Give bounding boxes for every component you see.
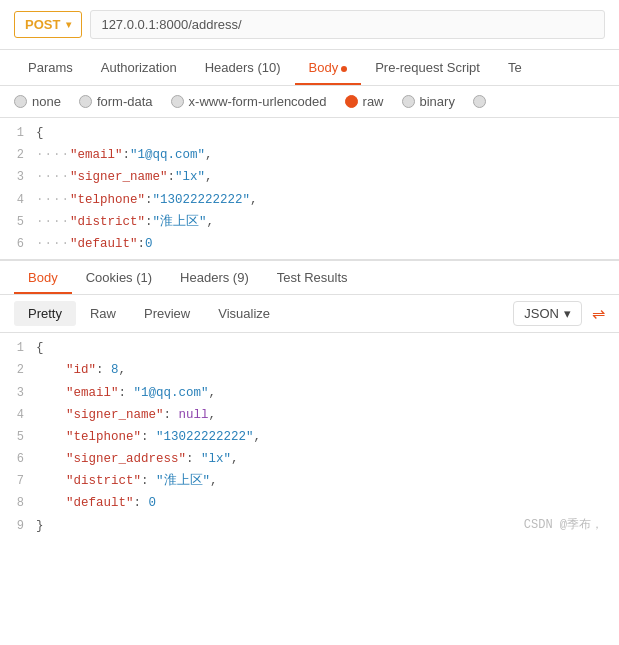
- req-line-3: 3 ····"signer_name":"lx",: [0, 166, 619, 188]
- chevron-down-icon: ▾: [66, 19, 71, 30]
- format-pretty[interactable]: Pretty: [14, 301, 76, 326]
- req-line-6: 6 ····"default":0: [0, 233, 619, 255]
- watermark: CSDN @季布，: [524, 516, 603, 533]
- resp-line-4: 4 "signer_name": null,: [0, 404, 619, 426]
- body-type-binary-label: binary: [420, 94, 455, 109]
- resp-line-1: 1 {: [0, 337, 619, 359]
- format-raw[interactable]: Raw: [76, 301, 130, 326]
- resp-tab-headers[interactable]: Headers (9): [166, 261, 263, 294]
- resp-line-7: 7 "district": "淮上区",: [0, 470, 619, 492]
- body-type-urlencoded[interactable]: x-www-form-urlencoded: [171, 94, 327, 109]
- body-type-none[interactable]: none: [14, 94, 61, 109]
- body-type-row: none form-data x-www-form-urlencoded raw…: [0, 86, 619, 118]
- req-line-2: 2 ····"email":"1@qq.com",: [0, 144, 619, 166]
- body-type-formdata-label: form-data: [97, 94, 153, 109]
- body-type-raw[interactable]: raw: [345, 94, 384, 109]
- tab-te[interactable]: Te: [494, 50, 536, 85]
- radio-none-icon: [14, 95, 27, 108]
- resp-tab-body[interactable]: Body: [14, 261, 72, 294]
- req-line-4: 4 ····"telphone":"13022222222",: [0, 189, 619, 211]
- resp-tab-cookies[interactable]: Cookies (1): [72, 261, 166, 294]
- body-type-urlencoded-label: x-www-form-urlencoded: [189, 94, 327, 109]
- request-tabs: Params Authorization Headers (10) Body P…: [0, 50, 619, 86]
- chevron-down-icon: ▾: [564, 306, 571, 321]
- format-visualize[interactable]: Visualize: [204, 301, 284, 326]
- resp-line-6: 6 "signer_address": "lx",: [0, 448, 619, 470]
- wrap-icon[interactable]: ⇌: [592, 304, 605, 323]
- method-select[interactable]: POST ▾: [14, 11, 82, 38]
- format-bar: Pretty Raw Preview Visualize JSON ▾ ⇌: [0, 295, 619, 333]
- resp-tab-test[interactable]: Test Results: [263, 261, 362, 294]
- radio-binary-icon: [402, 95, 415, 108]
- radio-urlencoded-icon: [171, 95, 184, 108]
- body-type-none-label: none: [32, 94, 61, 109]
- radio-raw-icon: [345, 95, 358, 108]
- radio-formdata-icon: [79, 95, 92, 108]
- body-type-formdata[interactable]: form-data: [79, 94, 153, 109]
- resp-line-3: 3 "email": "1@qq.com",: [0, 382, 619, 404]
- tab-body[interactable]: Body: [295, 50, 362, 85]
- radio-extra-icon: [473, 95, 486, 108]
- tab-params[interactable]: Params: [14, 50, 87, 85]
- method-label: POST: [25, 17, 60, 32]
- tab-authorization[interactable]: Authorization: [87, 50, 191, 85]
- req-line-5: 5 ····"district":"淮上区",: [0, 211, 619, 233]
- req-line-1: 1 {: [0, 122, 619, 144]
- resp-line-8: 8 "default": 0: [0, 492, 619, 514]
- request-body-editor[interactable]: 1 { 2 ····"email":"1@qq.com", 3 ····"sig…: [0, 118, 619, 260]
- url-input[interactable]: 127.0.0.1:8000/address/: [90, 10, 605, 39]
- json-format-select[interactable]: JSON ▾: [513, 301, 582, 326]
- body-dot: [341, 66, 347, 72]
- json-select-label: JSON: [524, 306, 559, 321]
- response-tabs: Body Cookies (1) Headers (9) Test Result…: [0, 260, 619, 295]
- resp-line-5: 5 "telphone": "13022222222",: [0, 426, 619, 448]
- body-type-extra[interactable]: [473, 95, 486, 108]
- response-body-viewer: 1 { 2 "id": 8, 3 "email": "1@qq.com", 4 …: [0, 333, 619, 541]
- top-bar: POST ▾ 127.0.0.1:8000/address/: [0, 0, 619, 50]
- resp-line-2: 2 "id": 8,: [0, 359, 619, 381]
- body-type-binary[interactable]: binary: [402, 94, 455, 109]
- tab-headers[interactable]: Headers (10): [191, 50, 295, 85]
- tab-prerequest[interactable]: Pre-request Script: [361, 50, 494, 85]
- body-type-raw-label: raw: [363, 94, 384, 109]
- format-preview[interactable]: Preview: [130, 301, 204, 326]
